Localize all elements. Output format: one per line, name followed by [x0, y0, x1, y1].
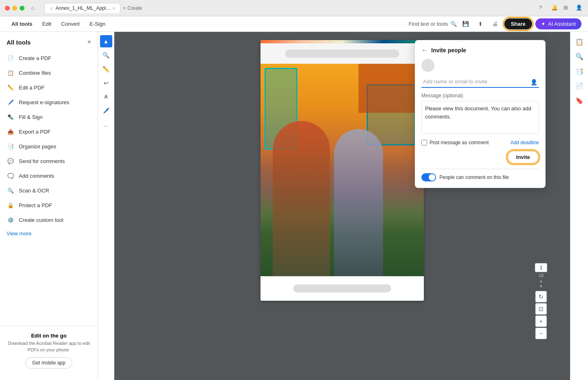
invite-footer: Invite: [421, 150, 539, 164]
page-down-btn[interactable]: ▼: [539, 284, 543, 288]
panel-icon-1[interactable]: 📋: [573, 35, 586, 48]
sidebar-item-organize[interactable]: 📑 Organize pages: [0, 139, 98, 154]
message-textarea[interactable]: Please view this document. You can also …: [421, 101, 539, 134]
zoom-in-btn[interactable]: +: [535, 315, 547, 327]
tool-palette: ▲ 🔍 ✏️ ↩ A 🖊️ …: [98, 32, 114, 380]
apps-icon[interactable]: ⊞: [564, 4, 571, 12]
zoom-tool-btn[interactable]: 🔍: [100, 49, 112, 61]
message-label: Message (optional): [421, 93, 539, 98]
more-tools-btn[interactable]: …: [100, 118, 112, 131]
invite-panel: ← Invite people 👤 Message (optional) Ple…: [415, 40, 546, 188]
people-comment-toggle[interactable]: [421, 173, 436, 181]
sidebar-title: All tools: [7, 39, 31, 46]
share-button[interactable]: Share: [504, 18, 532, 29]
mobile-app-button[interactable]: Get mobile app: [25, 357, 72, 369]
sidebar-header: All tools ×: [0, 37, 98, 51]
print-icon-btn[interactable]: 🖨: [490, 18, 501, 30]
fit-page-btn[interactable]: ⊡: [535, 303, 547, 315]
tab-star-icon: ☆: [49, 6, 53, 11]
upload-icon-btn[interactable]: ⬆: [475, 18, 486, 30]
new-tab-button[interactable]: + Create: [123, 5, 142, 11]
view-more-link[interactable]: View more: [0, 227, 98, 240]
menu-all-tools[interactable]: All tools: [7, 18, 37, 29]
request-esig-icon: 🖊️: [7, 98, 15, 106]
panel-icon-2[interactable]: 🔍: [573, 50, 586, 63]
invite-input-person-icon: 👤: [530, 79, 537, 85]
total-pages: 10: [539, 273, 543, 278]
fill-sign-icon: ✒️: [7, 113, 15, 121]
sidebar-item-send-comments[interactable]: 💬 Send for comments: [0, 154, 98, 168]
select-tool-btn[interactable]: ▲: [100, 35, 112, 47]
active-tab[interactable]: ☆ Annex_1_HL_ML_Appl... ×: [44, 3, 120, 13]
pen-tool-btn[interactable]: ✏️: [100, 63, 112, 75]
people-comment-label: People can comment on this file: [439, 174, 509, 180]
sidebar-item-edit-pdf[interactable]: ✏️ Edit a PDF: [0, 80, 98, 95]
signature-tool-btn[interactable]: 🖊️: [100, 105, 112, 117]
zoom-out-btn[interactable]: −: [535, 328, 547, 339]
bell-icon[interactable]: 🔔: [551, 4, 559, 12]
panel-icon-5[interactable]: 🔖: [573, 94, 586, 107]
sidebar-item-export-pdf[interactable]: 📤 Export a PDF: [0, 124, 98, 139]
ai-icon: ✦: [541, 21, 546, 27]
invite-email-input[interactable]: [421, 76, 539, 88]
doc-title-bar: [285, 49, 399, 58]
invite-back-btn[interactable]: ←: [421, 47, 428, 54]
menu-edit[interactable]: Edit: [37, 18, 56, 29]
home-icon[interactable]: ⌂: [31, 5, 38, 11]
sidebar-item-create-pdf[interactable]: 📄 Create a PDF: [0, 51, 98, 65]
sidebar-item-request-esig[interactable]: 🖊️ Request e-signatures: [0, 95, 98, 110]
invite-button[interactable]: Invite: [507, 150, 539, 164]
maximize-window-btn[interactable]: [20, 6, 24, 11]
doc-bottom-bar: [293, 284, 391, 293]
menu-convert[interactable]: Convert: [56, 18, 85, 29]
panel-icon-3[interactable]: 📑: [573, 65, 586, 78]
sidebar-item-fill-sign[interactable]: ✒️ Fill & Sign: [0, 110, 98, 124]
page-up-btn[interactable]: ▲: [539, 279, 543, 283]
profile-icon[interactable]: 👤: [576, 4, 583, 12]
invite-title: Invite people: [431, 47, 466, 54]
main-layout: All tools × 📄 Create a PDF 📋 Combine fil…: [0, 32, 588, 380]
menu-esign[interactable]: E-Sign: [85, 18, 110, 29]
sidebar-bottom-title: Edit on the go: [7, 333, 91, 339]
add-deadline-link[interactable]: Add deadline: [510, 140, 539, 145]
create-pdf-icon: 📄: [7, 54, 15, 62]
minimize-window-btn[interactable]: [12, 6, 17, 11]
undo-tool-btn[interactable]: ↩: [100, 77, 112, 89]
tab-close-icon[interactable]: ×: [112, 6, 115, 11]
help-icon[interactable]: ?: [539, 4, 546, 12]
text-tool-btn[interactable]: A: [100, 91, 112, 103]
send-comments-icon: 💬: [7, 157, 15, 165]
sidebar-item-create-custom[interactable]: ⚙️ Create custom tool: [0, 212, 98, 227]
combine-files-icon: 📋: [7, 69, 15, 77]
organize-pages-icon: 📑: [7, 142, 15, 150]
sidebar-item-scan-ocr[interactable]: 🔍 Scan & OCR: [0, 183, 98, 198]
refresh-btn[interactable]: ↻: [535, 291, 547, 302]
doc-page-bottom: [261, 276, 424, 301]
sidebar-item-combine[interactable]: 📋 Combine files: [0, 65, 98, 80]
invite-options: Post message as comment Add deadline: [421, 140, 539, 145]
doc-page-top: [261, 43, 424, 64]
sidebar-close-btn[interactable]: ×: [87, 38, 91, 46]
edit-pdf-icon: ✏️: [7, 83, 15, 92]
post-message-checkbox[interactable]: [421, 140, 427, 145]
sidebar-bottom: Edit on the go Download the Acrobat Read…: [0, 326, 98, 375]
save-icon-btn[interactable]: 💾: [460, 18, 472, 30]
doc-top-color-bar: [261, 40, 424, 43]
sidebar-item-protect-pdf[interactable]: 🔒 Protect a PDF: [0, 198, 98, 212]
ai-assistant-button[interactable]: ✦ AI Assistant: [535, 18, 581, 29]
doc-image: [261, 64, 424, 276]
current-page-num[interactable]: 1: [535, 263, 547, 272]
search-icon: 🔍: [450, 21, 457, 27]
sidebar-item-add-comments[interactable]: 🗨️ Add comments: [0, 168, 98, 183]
doc-area: 1 10 ▲ ▼ ↻ ⊡ + − ← Invite people 👤 Messa…: [114, 32, 570, 380]
sidebar-bottom-desc: Download the Acrobat Reader app to edit …: [7, 340, 91, 353]
app-toolbar: All tools Edit Convert E-Sign Find text …: [0, 16, 588, 32]
panel-icon-4[interactable]: 📄: [573, 79, 586, 92]
toolbar-right: Find text or tools 🔍 💾 ⬆ 🖨 Share ✦ AI As…: [409, 18, 581, 30]
people-comment-toggle-wrap: People can comment on this file: [421, 173, 539, 181]
tab-bar: ☆ Annex_1_HL_ML_Appl... × + Create: [44, 3, 536, 13]
sidebar: All tools × 📄 Create a PDF 📋 Combine fil…: [0, 32, 98, 380]
invite-header: ← Invite people: [421, 47, 539, 54]
close-window-btn[interactable]: [5, 6, 10, 11]
find-tools[interactable]: Find text or tools 🔍: [409, 21, 457, 27]
